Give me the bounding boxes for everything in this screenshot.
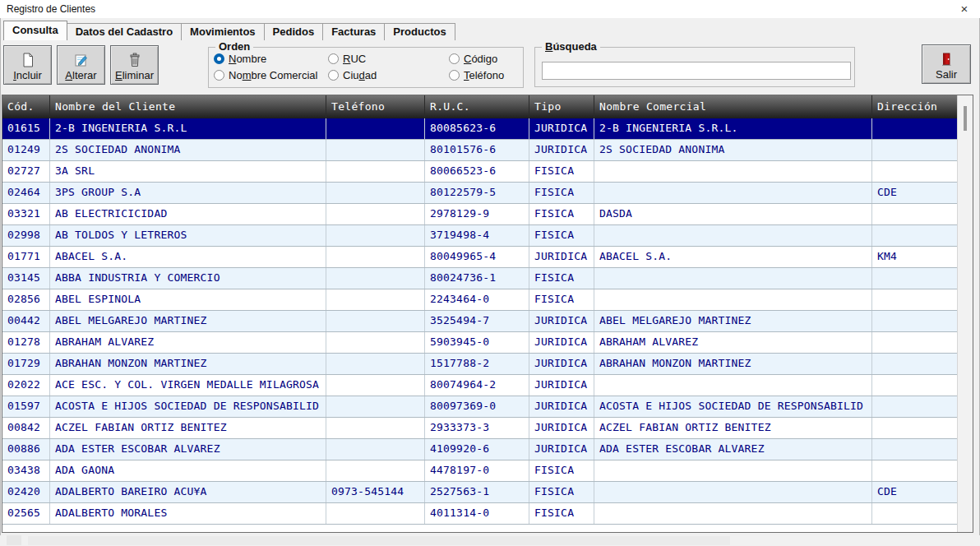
cell-c-d: 02998 — [2, 225, 50, 246]
cell-direcci-n — [872, 503, 958, 524]
cell-direcci-n: KM4 — [872, 247, 958, 267]
table-row[interactable]: 01597ACOSTA E HIJOS SOCIEDAD DE RESPONSA… — [2, 396, 973, 418]
horizontal-scrollbar[interactable] — [0, 535, 980, 546]
cell-tel-fono — [326, 503, 425, 524]
cell-nombre-comercial — [594, 183, 872, 203]
cell-r-u-c: 2527563-1 — [425, 482, 529, 502]
tab-consulta[interactable]: Consulta — [3, 21, 67, 40]
cell-nombre-comercial: ABRAHAN MONZON MARTINEZ — [594, 354, 872, 374]
radio-ruc[interactable]: RUC — [328, 53, 366, 65]
title-bar: Registro de Clientes × — [0, 0, 980, 18]
cell-nombre-comercial: ABEL MELGAREJO MARTINEZ — [594, 311, 872, 331]
alterar-button[interactable]: Alterar — [57, 45, 105, 85]
column-header-nombre-del-cliente[interactable]: Nombre del Cliente — [50, 95, 326, 118]
radio-icon — [214, 53, 224, 64]
cell-r-u-c: 80066523-6 — [425, 161, 529, 182]
cell-nombre-comercial: ACZEL FABIAN ORTIZ BENITEZ — [594, 418, 872, 438]
radio-label: Nombre Comercial — [229, 69, 317, 81]
table-row[interactable]: 01771ABACEL S.A.80049965-4JURIDICAABACEL… — [2, 247, 973, 268]
table-row[interactable]: 02022ACE ESC. Y COL. VIRGEN MEDALLE MILA… — [2, 375, 973, 396]
table-row[interactable]: 01278ABRAHAM ALVAREZ5903945-0JURIDICAABR… — [2, 332, 973, 354]
cell-tel-fono — [326, 225, 425, 246]
radio-tel-fono[interactable]: Teléfono — [449, 69, 504, 81]
radio-ciudad[interactable]: Ciudad — [328, 69, 377, 81]
cell-tipo: JURIDICA — [529, 396, 594, 417]
column-header-direcci-n[interactable]: Dirección — [872, 95, 958, 118]
radio-icon — [328, 70, 339, 81]
cell-direcci-n — [872, 311, 958, 331]
cell-c-d: 00442 — [2, 311, 50, 331]
table-row[interactable]: 01729ABRAHAN MONZON MARTINEZ1517788-2JUR… — [2, 354, 973, 375]
column-header-c-d[interactable]: Cód. — [2, 95, 50, 118]
table-row[interactable]: 02420ADALBERTO BAREIRO ACU¥A0973-5451442… — [2, 482, 973, 503]
cell-r-u-c: 80049965-4 — [425, 247, 529, 267]
orden-legend: Orden — [215, 40, 253, 53]
table-row[interactable]: 02565ADALBERTO MORALES4011314-0FISICA — [2, 503, 973, 525]
cell-tipo: JURIDICA — [529, 354, 594, 374]
radio-c-digo[interactable]: Código — [449, 53, 497, 65]
cell-direcci-n — [872, 140, 958, 160]
column-header-r-u-c[interactable]: R.U.C. — [425, 95, 529, 118]
cell-direcci-n — [872, 204, 958, 224]
cell-c-d: 00842 — [2, 418, 50, 438]
tab-facturas[interactable]: Facturas — [322, 23, 385, 40]
cell-tipo: FISICA — [529, 225, 594, 246]
cell-c-d: 01771 — [2, 247, 50, 267]
cell-tipo: FISICA — [529, 268, 594, 289]
cell-nombre-comercial: 2-B INGENIERIA S.R.L. — [594, 118, 872, 139]
salir-button[interactable]: Salir — [922, 44, 971, 84]
table-row[interactable]: 024643PS GROUP S.A80122579-5FISICACDE — [2, 183, 973, 204]
cell-r-u-c: 2978129-9 — [425, 204, 529, 224]
column-header-nombre-comercial[interactable]: Nombre Comercial — [594, 95, 872, 118]
cell-tel-fono — [326, 375, 425, 396]
search-input[interactable] — [542, 62, 851, 80]
cell-tel-fono — [326, 311, 425, 331]
table-row[interactable]: 016152-B INGENIERIA S.R.L80085623-6JURID… — [2, 118, 973, 140]
tab-productos[interactable]: Productos — [384, 23, 455, 40]
cell-tel-fono — [326, 247, 425, 267]
cell-nombre-comercial: ABACEL S.A. — [594, 247, 872, 267]
cell-tel-fono — [326, 332, 425, 353]
table-row[interactable]: 012492S SOCIEDAD ANONIMA80101576-6JURIDI… — [2, 140, 973, 161]
vertical-scrollbar[interactable] — [957, 95, 973, 532]
cell-r-u-c: 3719498-4 — [425, 225, 529, 246]
tab-datos-del-cadastro[interactable]: Datos del Cadastro — [67, 23, 182, 40]
radio-nombre-comercial[interactable]: Nombre Comercial — [214, 69, 317, 81]
cell-nombre-comercial — [594, 460, 872, 481]
table-row[interactable]: 00442ABEL MELGAREJO MARTINEZ3525494-7JUR… — [2, 311, 973, 332]
cell-c-d: 03145 — [2, 268, 50, 289]
alterar-button-label: Alterar — [58, 69, 104, 81]
column-header-tipo[interactable]: Tipo — [529, 95, 594, 118]
eliminar-button[interactable]: Eliminar — [110, 45, 159, 85]
table-row[interactable]: 00886ADA ESTER ESCOBAR ALVAREZ4109920-6J… — [2, 439, 973, 460]
vertical-scrollbar-thumb[interactable] — [964, 106, 967, 131]
table-row[interactable]: 02998AB TOLDOS Y LETREROS3719498-4FISICA — [2, 225, 973, 247]
cell-r-u-c: 80024736-1 — [425, 268, 529, 289]
cell-direcci-n — [872, 118, 958, 139]
table-row[interactable]: 03145ABBA INDUSTRIA Y COMERCIO80024736-1… — [2, 268, 973, 289]
cell-nombre-del-cliente: ABRAHAM ALVAREZ — [50, 332, 326, 353]
cell-tel-fono — [326, 204, 425, 224]
cell-tipo: FISICA — [529, 460, 594, 481]
cell-tipo: JURIDICA — [529, 439, 594, 460]
close-icon[interactable]: × — [955, 1, 973, 17]
table-row[interactable]: 00842ACZEL FABIAN ORTIZ BENITEZ2933373-3… — [2, 418, 973, 439]
horizontal-scrollbar-thumb[interactable] — [28, 536, 730, 545]
tab-pedidos[interactable]: Pedidos — [264, 23, 324, 40]
cell-direcci-n — [872, 268, 958, 289]
table-row[interactable]: 03321AB ELECTRICICIDAD2978129-9FISICADAS… — [2, 204, 973, 225]
cell-tel-fono — [326, 439, 425, 460]
table-row[interactable]: 02856ABEL ESPINOLA2243464-0FISICA — [2, 289, 973, 311]
table-row[interactable]: 03438ADA GAONA4478197-0FISICA — [2, 460, 973, 482]
table-row[interactable]: 027273A SRL80066523-6FISICA — [2, 161, 973, 183]
cell-c-d: 02022 — [2, 375, 50, 396]
cell-nombre-comercial: ACOSTA E HIJOS SOCIEDAD DE RESPONSABILID — [594, 396, 872, 417]
grid-header-row: Cód.Nombre del ClienteTeléfonoR.U.C.Tipo… — [2, 95, 973, 118]
cell-tel-fono — [326, 161, 425, 182]
column-header-tel-fono[interactable]: Teléfono — [326, 95, 425, 118]
incluir-button[interactable]: Incluir — [3, 45, 52, 85]
grid-body: 016152-B INGENIERIA S.R.L80085623-6JURID… — [2, 118, 973, 525]
radio-nombre[interactable]: Nombre — [214, 53, 266, 65]
tab-movimientos[interactable]: Movimientos — [181, 23, 264, 40]
cell-nombre-del-cliente: 3A SRL — [50, 161, 326, 182]
